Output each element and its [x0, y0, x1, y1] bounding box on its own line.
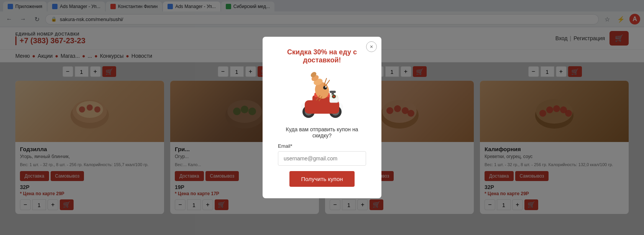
svg-point-47 — [333, 95, 335, 98]
modal-question: Куда вам отправить купон на скидку? — [278, 126, 366, 139]
modal-dialog: × Скидка 30% на еду с доставкой! — [263, 37, 381, 198]
get-coupon-button[interactable]: Получить купон — [289, 171, 354, 187]
modal-close-button[interactable]: × — [366, 41, 377, 52]
email-label: Email* — [278, 143, 366, 149]
email-input[interactable] — [278, 151, 366, 166]
modal-overlay[interactable]: × Скидка 30% на еду с доставкой! — [0, 0, 644, 235]
svg-rect-33 — [330, 91, 336, 93]
modal-title: Скидка 30% на еду с доставкой! — [278, 48, 366, 64]
modal-mascot — [291, 70, 353, 120]
